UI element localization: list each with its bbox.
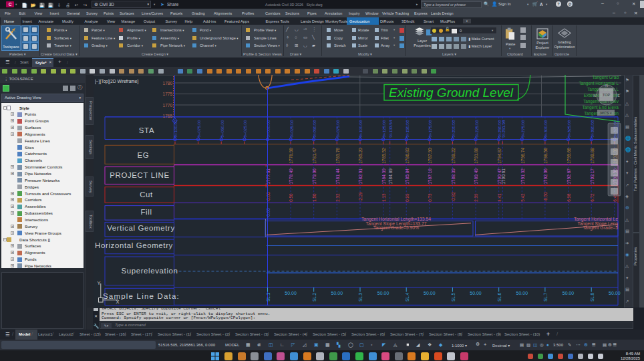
svg-text:Sample Line Data:: Sample Line Data:	[103, 292, 180, 300]
svg-text:0+125.00: 0+125.00	[381, 120, 386, 138]
svg-text:50.00: 50.00	[285, 291, 297, 295]
svg-text:N: N	[605, 84, 608, 88]
svg-text:1781.47: 1781.47	[312, 148, 317, 164]
svg-text:1791.32: 1791.32	[520, 168, 525, 185]
svg-text:0+000.00: 0+000.00	[266, 120, 271, 138]
svg-text:2.39: 2.39	[474, 193, 479, 202]
svg-text:1789.49: 1789.49	[474, 168, 479, 185]
svg-text:Tangent Grade=5.90%: Tangent Grade=5.90%	[373, 225, 419, 231]
svg-text:PROJECT LINE: PROJECT LINE	[110, 171, 169, 179]
svg-text:1783.76: 1783.76	[335, 148, 340, 164]
svg-text:0+251.98: 0+251.98	[501, 120, 506, 138]
svg-text:Superelevation: Superelevation	[121, 267, 178, 275]
svg-text:W: W	[593, 94, 597, 98]
svg-text:50.00: 50.00	[424, 291, 436, 295]
svg-text:SL.2: SL.2	[312, 292, 317, 302]
svg-text:1787.90: 1787.90	[428, 148, 432, 164]
svg-text:1778.49: 1778.49	[289, 168, 294, 185]
svg-text:0+225.00: 0+225.00	[474, 120, 479, 138]
svg-text:1793.17: 1793.17	[590, 168, 595, 185]
svg-text:0+133.54: 0+133.54	[388, 120, 393, 138]
svg-text:-6.50: -6.50	[543, 192, 548, 202]
svg-text:1765: 1765	[163, 114, 173, 118]
svg-text:0+075.00: 0+075.00	[196, 120, 201, 138]
svg-text:1780: 1780	[163, 81, 173, 86]
svg-text:SL.8: SL.8	[590, 292, 595, 302]
svg-text:0+175.00: 0+175.00	[428, 120, 432, 138]
svg-text:Tangent Grad: Tangent Grad	[593, 75, 619, 80]
svg-text:0+200.00: 0+200.00	[451, 120, 456, 138]
svg-text:[−][Top][2D Wireframe]: [−][Top][2D Wireframe]	[95, 79, 138, 84]
svg-text:-0.82: -0.82	[451, 192, 456, 202]
svg-text:1785.20: 1785.20	[358, 148, 363, 164]
svg-text:1792.67: 1792.67	[567, 168, 571, 185]
svg-text:1799.66: 1799.66	[567, 148, 571, 164]
svg-text:1791.88: 1791.88	[474, 148, 479, 164]
svg-text:Tangent Horizontal L: Tangent Horizontal L	[579, 81, 619, 86]
svg-text:Cut: Cut	[140, 191, 153, 199]
svg-text:50.00: 50.00	[377, 291, 389, 295]
svg-text:SL.3: SL.3	[358, 292, 363, 302]
svg-text:Y: Y	[97, 280, 100, 286]
svg-text:1782.91: 1782.91	[358, 168, 363, 185]
svg-text:-0.00: -0.00	[266, 192, 271, 202]
svg-text:1790.61: 1790.61	[501, 168, 506, 185]
svg-text:Tangent Grade=5: Tangent Grade=5	[583, 225, 618, 231]
svg-text:Existing Ground Level: Existing Ground Level	[389, 86, 514, 100]
svg-text:1794.87: 1794.87	[497, 148, 502, 164]
svg-text:1792.06: 1792.06	[543, 168, 548, 185]
svg-text:1770: 1770	[163, 103, 173, 108]
svg-text:0.73: 0.73	[428, 193, 432, 202]
svg-text:X: X	[116, 299, 119, 305]
svg-text:1775: 1775	[163, 92, 173, 96]
svg-text:1785.52: 1785.52	[381, 148, 386, 164]
svg-text:50.00: 50.00	[516, 291, 528, 295]
svg-text:50.00: 50.00	[562, 291, 575, 295]
svg-text:1798.56: 1798.56	[543, 148, 548, 164]
svg-text:1779.96: 1779.96	[312, 168, 317, 185]
svg-text:50.00: 50.00	[331, 291, 343, 295]
svg-text:SL.1: SL.1	[266, 292, 271, 302]
svg-text:0+100.00: 0+100.00	[173, 120, 178, 138]
svg-text:0+075.00: 0+075.00	[335, 120, 340, 138]
svg-text:0+350.00: 0+350.00	[590, 120, 595, 138]
svg-text:1799.88: 1799.88	[590, 148, 595, 164]
svg-text:2.32: 2.32	[335, 193, 340, 202]
svg-text:EG: EG	[138, 151, 150, 159]
svg-text:0+050.00: 0+050.00	[220, 120, 224, 138]
svg-text:STA: STA	[139, 126, 154, 134]
svg-text:1789.22: 1789.22	[451, 148, 456, 164]
svg-text:1.50: 1.50	[312, 193, 317, 202]
svg-text:TOP: TOP	[603, 93, 611, 97]
svg-text:0+275.00: 0+275.00	[520, 120, 525, 138]
svg-text:-2.29: -2.29	[358, 192, 363, 202]
svg-text:SL.4: SL.4	[405, 292, 410, 302]
svg-text:0+025.00: 0+025.00	[289, 120, 294, 138]
svg-text:Fill: Fill	[140, 208, 152, 216]
svg-text:Vertical Geometry: Vertical Geometry	[107, 224, 175, 232]
svg-text:50.00: 50.00	[609, 291, 621, 295]
svg-text:1785.84: 1785.84	[405, 168, 410, 185]
svg-text:1796.74: 1796.74	[520, 148, 525, 164]
svg-text:0+150.00: 0+150.00	[405, 120, 410, 138]
svg-text:SL.7: SL.7	[543, 292, 548, 302]
svg-text:50.00: 50.00	[470, 291, 482, 295]
svg-text:SL.5: SL.5	[451, 292, 456, 302]
svg-text:0+325.00: 0+325.00	[567, 120, 571, 138]
svg-text:0+300.00: 0+300.00	[543, 120, 548, 138]
svg-text:0.99: 0.99	[405, 193, 410, 202]
svg-text:SL.6: SL.6	[497, 292, 502, 302]
svg-text:Tangent End Eleva: Tangent End Eleva	[582, 105, 619, 110]
svg-text:6.72: 6.72	[590, 193, 595, 202]
svg-text:0+100.00: 0+100.00	[358, 120, 363, 138]
svg-text:Horizontal Geometry: Horizontal Geometry	[95, 241, 173, 249]
svg-text:WCS: WCS	[601, 111, 609, 115]
svg-text:1788.39: 1788.39	[451, 168, 456, 185]
svg-text:5.42: 5.42	[520, 193, 525, 202]
svg-text:1.13: 1.13	[381, 193, 386, 202]
svg-text:1777.01: 1777.01	[266, 168, 271, 185]
svg-text:E: E	[617, 94, 620, 98]
svg-text:1784.89: 1784.89	[388, 168, 393, 185]
svg-text:1786.83: 1786.83	[405, 148, 410, 164]
svg-text:4.41: 4.41	[497, 193, 502, 202]
